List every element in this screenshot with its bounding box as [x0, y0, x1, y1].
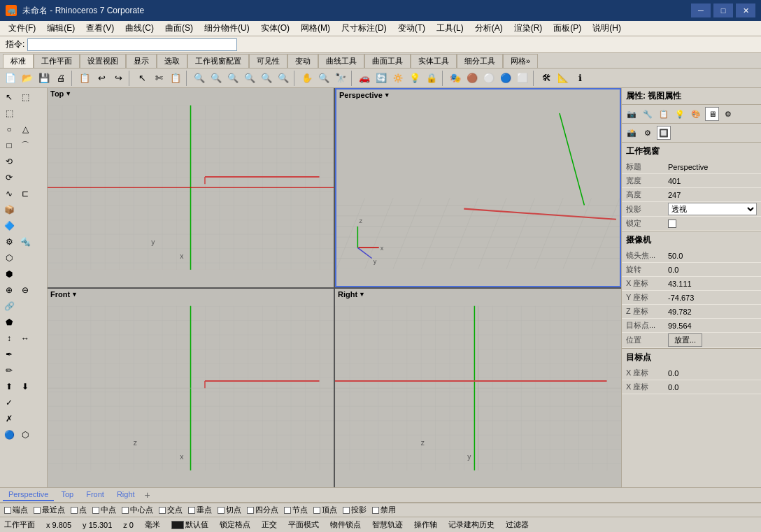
status-item-点[interactable]: 点 — [71, 505, 87, 515]
toolbar-icon-25[interactable]: 🔄 — [374, 71, 389, 86]
left-tool-5[interactable]: △ — [17, 122, 33, 137]
toolbar-icon-30[interactable]: 🎭 — [448, 71, 463, 86]
status-checkbox-中心点[interactable] — [122, 507, 129, 514]
left-tool-1[interactable]: ⬚ — [17, 89, 33, 105]
status-item-禁用[interactable]: 禁用 — [372, 505, 396, 515]
status-checkbox-禁用[interactable] — [372, 507, 379, 514]
prop-icon-material[interactable]: 🔧 — [641, 107, 655, 121]
toolbar-icon-24[interactable]: 🚗 — [357, 71, 372, 86]
status-item-四分点[interactable]: 四分点 — [247, 505, 278, 515]
prop-icon-light[interactable]: 💡 — [673, 107, 687, 121]
viewport-top-dropdown[interactable]: ▼ — [65, 90, 71, 97]
left-tool-13[interactable]: ⊏ — [17, 186, 33, 201]
viewport-tab-Top[interactable]: Top — [55, 489, 79, 501]
left-tool-9[interactable]: ⟲ — [1, 154, 17, 169]
menu-item-编辑(E)[interactable]: 编辑(E) — [41, 21, 80, 36]
toolbar-tab-选取[interactable]: 选取 — [157, 54, 187, 68]
toolbar-tab-曲面工具[interactable]: 曲面工具 — [364, 54, 411, 68]
prop-icon-view[interactable]: 🖥 — [705, 107, 719, 121]
viewport-perspective-dropdown[interactable]: ▼ — [384, 92, 390, 99]
toolbar-icon-17[interactable]: 🔍 — [259, 71, 274, 86]
viewport-right-dropdown[interactable]: ▼ — [359, 291, 365, 298]
toolbar-icon-14[interactable]: 🔍 — [208, 71, 224, 86]
toolbar-icon-37[interactable]: 📐 — [555, 71, 571, 86]
toolbar-tab-变动[interactable]: 变动 — [287, 54, 318, 68]
toolbar-icon-22[interactable]: 🔭 — [333, 71, 348, 86]
toolbar-tab-可见性[interactable]: 可见性 — [249, 54, 287, 68]
left-tool-25[interactable]: ⊖ — [17, 282, 33, 298]
bottom-item-记录建构历史[interactable]: 记录建构历史 — [448, 519, 495, 530]
viewport-tab-Perspective[interactable]: Perspective — [3, 489, 54, 501]
toolbar-icon-5[interactable]: 📋 — [77, 71, 92, 86]
prop-icon-frame[interactable]: 🔲 — [657, 126, 671, 140]
left-tool-39[interactable]: ✓ — [1, 395, 17, 410]
lock-checkbox[interactable] — [668, 220, 676, 228]
status-checkbox-最近点[interactable] — [34, 507, 41, 514]
viewport-front-dropdown[interactable]: ▼ — [71, 291, 78, 298]
viewport-front-label[interactable]: Front ▼ — [50, 290, 78, 299]
toolbar-tab-曲线工具[interactable]: 曲线工具 — [318, 54, 364, 68]
left-tool-19[interactable]: 🔩 — [17, 234, 33, 250]
status-item-切点[interactable]: 切点 — [218, 505, 241, 515]
left-tool-7[interactable]: ⌒ — [17, 138, 33, 153]
menu-item-曲面(S)[interactable]: 曲面(S) — [159, 21, 199, 36]
left-tool-30[interactable]: ↕ — [1, 331, 17, 346]
menu-item-尺寸标注(D)[interactable]: 尺寸标注(D) — [336, 21, 392, 36]
menu-item-工具(L)[interactable]: 工具(L) — [431, 21, 469, 36]
toolbar-icon-13[interactable]: 🔍 — [192, 71, 207, 86]
viewport-right[interactable]: Right ▼ z y — [335, 289, 621, 488]
left-tool-37[interactable]: ⬇ — [17, 379, 33, 394]
toolbar-icon-26[interactable]: 🔅 — [390, 71, 406, 86]
toolbar-tab-标准[interactable]: 标准 — [3, 54, 34, 68]
status-checkbox-投影[interactable] — [343, 507, 350, 514]
status-checkbox-节点[interactable] — [284, 507, 291, 514]
toolbar-icon-21[interactable]: 🔍 — [316, 71, 332, 86]
status-item-投影[interactable]: 投影 — [343, 505, 367, 515]
viewport-tab-add[interactable]: + — [142, 488, 153, 502]
color-swatch[interactable] — [171, 521, 184, 529]
viewport-front[interactable]: Front ▼ z x — [48, 289, 334, 488]
viewport-top-label[interactable]: Top ▼ — [50, 89, 71, 98]
menu-item-渲染(R)[interactable]: 渲染(R) — [508, 21, 548, 36]
status-checkbox-中点[interactable] — [92, 507, 99, 514]
left-tool-21[interactable]: ⬡ — [1, 250, 17, 266]
bottom-item-正交[interactable]: 正交 — [262, 519, 277, 530]
status-checkbox-端点[interactable] — [4, 507, 11, 514]
status-checkbox-点[interactable] — [71, 507, 78, 514]
left-tool-2[interactable]: ⬚ — [1, 106, 17, 121]
left-tool-31[interactable]: ↔ — [17, 331, 33, 346]
prop-icon-gear[interactable]: ⚙ — [641, 126, 655, 140]
status-item-交点[interactable]: 交点 — [159, 505, 183, 515]
prop-icon-object[interactable]: 📋 — [657, 107, 671, 121]
left-tool-0[interactable]: ↖ — [1, 89, 17, 105]
status-checkbox-四分点[interactable] — [247, 507, 254, 514]
minimize-button[interactable]: ─ — [691, 3, 711, 17]
left-tool-28[interactable]: ⬟ — [1, 315, 17, 330]
viewport-top[interactable]: Top ▼ y x — [48, 88, 334, 287]
status-checkbox-切点[interactable] — [218, 507, 225, 514]
prop-icon-cam2[interactable]: 📸 — [625, 126, 639, 140]
menu-item-网格(M)[interactable]: 网格(M) — [295, 21, 336, 36]
viewport-perspective-label[interactable]: Perspective ▼ — [339, 91, 390, 99]
left-tool-27[interactable]: 🔗 — [1, 299, 17, 314]
bottom-item-智慧轨迹[interactable]: 智慧轨迹 — [372, 519, 403, 530]
left-tool-18[interactable]: ⚙ — [1, 234, 17, 250]
status-item-节点[interactable]: 节点 — [284, 505, 308, 515]
toolbar-icon-1[interactable]: 📂 — [20, 71, 35, 86]
menu-item-查看(V)[interactable]: 查看(V) — [80, 21, 120, 36]
bottom-item-物件锁点[interactable]: 物件锁点 — [330, 519, 361, 530]
left-tool-43[interactable]: ⬡ — [17, 427, 33, 443]
status-checkbox-顶点[interactable] — [313, 507, 320, 514]
menu-item-分析(A)[interactable]: 分析(A) — [469, 21, 508, 36]
toolbar-icon-18[interactable]: 🔍 — [276, 71, 291, 86]
left-tool-6[interactable]: □ — [1, 138, 17, 153]
left-tool-42[interactable]: 🔵 — [1, 427, 17, 443]
toolbar-icon-15[interactable]: 🔍 — [225, 71, 241, 86]
projection-select[interactable]: 透视 正交 — [668, 203, 757, 215]
toolbar-icon-28[interactable]: 🔒 — [424, 71, 439, 86]
left-tool-40[interactable]: ✗ — [1, 411, 17, 426]
menu-item-曲线(C)[interactable]: 曲线(C) — [120, 21, 159, 36]
toolbar-icon-7[interactable]: ↪ — [111, 71, 126, 86]
toolbar-icon-3[interactable]: 🖨 — [53, 71, 69, 86]
toolbar-icon-34[interactable]: ⬜ — [515, 71, 530, 86]
